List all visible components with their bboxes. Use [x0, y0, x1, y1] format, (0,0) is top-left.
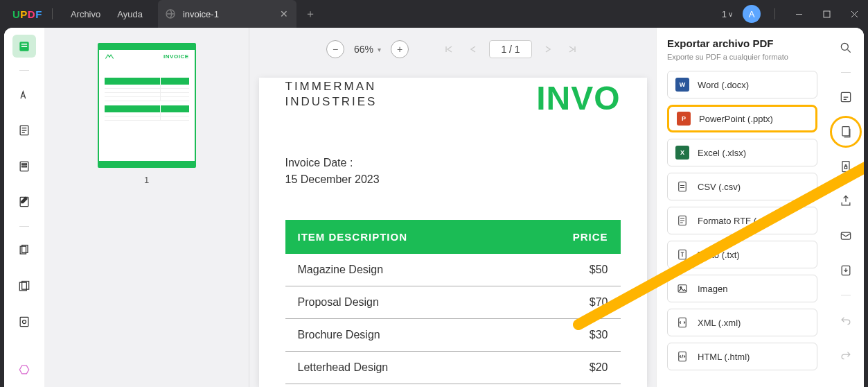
- thumbnails-tool[interactable]: [12, 35, 36, 58]
- svg-rect-8: [22, 166, 27, 167]
- svg-rect-7: [22, 164, 27, 165]
- svg-rect-17: [679, 182, 687, 191]
- divider: [841, 295, 851, 295]
- save-button[interactable]: [835, 260, 856, 281]
- export-panel: Exportar archivo PDF Exporte su PDF a cu…: [656, 28, 828, 387]
- svg-rect-20: [678, 285, 687, 293]
- search-button[interactable]: [835, 37, 856, 58]
- html-icon: [675, 350, 689, 363]
- invoice-table: ITEM DESCRIPTION PRICE Magazine Design$5…: [285, 220, 621, 384]
- avatar[interactable]: A: [743, 5, 761, 23]
- more-tool[interactable]: [12, 359, 36, 381]
- table-row: Proposal Design$70: [285, 286, 621, 319]
- close-button[interactable]: [840, 0, 868, 28]
- document-tab[interactable]: invoice-1 ✕: [158, 0, 296, 28]
- comment-tool[interactable]: [12, 119, 36, 142]
- export-csv[interactable]: CSV (.csv): [667, 173, 817, 200]
- invoice-title: INVO: [536, 79, 620, 117]
- svg-rect-14: [20, 317, 28, 326]
- table-row: Magazine Design$50: [285, 254, 621, 286]
- highlight-tool[interactable]: [12, 83, 36, 106]
- divider: [52, 8, 53, 19]
- document-view: − 66%▾ + TIMMERMAN INDUSTRIES INVO: [249, 28, 656, 387]
- word-icon: W: [675, 78, 689, 92]
- protect-button[interactable]: [835, 156, 856, 177]
- xml-icon: [675, 316, 689, 329]
- export-image[interactable]: Imagen: [667, 275, 817, 302]
- svg-rect-29: [841, 232, 850, 239]
- export-title: Exportar archivo PDF: [667, 37, 817, 49]
- bookmark-tool[interactable]: [12, 155, 36, 178]
- left-toolbar: [4, 28, 44, 387]
- minimize-button[interactable]: [785, 0, 813, 28]
- edit-tool[interactable]: [12, 190, 36, 213]
- titlebar: UPDF Archivo Ayuda invoice-1 ✕ ＋ 1∨ A: [0, 0, 868, 28]
- thumbnail-page-number: 1: [144, 175, 149, 185]
- company-name: TIMMERMAN INDUSTRIES: [285, 79, 378, 110]
- thumbnail-panel: INVOICE 1: [44, 28, 249, 387]
- export-powerpoint[interactable]: P PowerPoint (.pptx): [667, 105, 817, 132]
- thumb-logo-icon: [105, 53, 114, 60]
- app-logo: UPDF: [12, 8, 42, 20]
- thumb-invoice-label: INVOICE: [163, 53, 188, 60]
- email-button[interactable]: [835, 225, 856, 246]
- tab-shield-icon: [165, 8, 176, 19]
- image-icon: [675, 282, 689, 295]
- export-html[interactable]: HTML (.html): [667, 343, 817, 370]
- export-word[interactable]: W Word (.docx): [667, 71, 817, 98]
- export-subtitle: Exporte su PDF a cualquier formato: [667, 53, 817, 61]
- window-count[interactable]: 1∨: [722, 9, 733, 19]
- svg-point-24: [841, 43, 848, 50]
- page-input[interactable]: [489, 40, 532, 58]
- page-thumbnail[interactable]: INVOICE: [98, 43, 196, 168]
- right-toolbar: [828, 28, 864, 387]
- svg-rect-4: [21, 46, 27, 47]
- powerpoint-icon: P: [677, 112, 691, 126]
- export-text[interactable]: Texto (.txt): [667, 241, 817, 268]
- divider: [19, 226, 29, 227]
- svg-rect-3: [21, 44, 27, 45]
- svg-rect-26: [842, 127, 849, 136]
- svg-rect-1: [824, 11, 830, 17]
- export-button[interactable]: [835, 121, 856, 142]
- table-row: Brochure Design$30: [285, 319, 621, 352]
- col-description: ITEM DESCRIPTION: [285, 220, 517, 254]
- redo-button[interactable]: [835, 344, 856, 365]
- svg-rect-28: [844, 166, 847, 169]
- undo-button[interactable]: [835, 309, 856, 330]
- zoom-controls: − 66%▾ +: [249, 36, 656, 62]
- document-page[interactable]: TIMMERMAN INDUSTRIES INVO Invoice Date :…: [259, 78, 647, 387]
- export-rtf[interactable]: Formato RTF (.rtf): [667, 207, 817, 234]
- divider: [774, 8, 775, 19]
- tab-title: invoice-1: [183, 9, 274, 19]
- tab-close-icon[interactable]: ✕: [280, 8, 288, 19]
- divider: [19, 70, 29, 71]
- last-page-button[interactable]: [565, 42, 579, 56]
- next-page-button[interactable]: [542, 42, 556, 56]
- svg-point-15: [23, 320, 26, 324]
- export-excel[interactable]: X Excel (.xlsx): [667, 139, 817, 166]
- watermark-tool[interactable]: [12, 310, 36, 333]
- prev-page-button[interactable]: [466, 42, 479, 56]
- text-icon: [675, 248, 689, 261]
- table-row: Letterhead Design$20: [285, 352, 621, 384]
- excel-icon: X: [675, 146, 689, 160]
- menu-file[interactable]: Archivo: [62, 9, 109, 19]
- ocr-button[interactable]: [835, 87, 856, 108]
- first-page-button[interactable]: [442, 42, 456, 56]
- csv-icon: [675, 180, 689, 194]
- col-price: PRICE: [517, 220, 620, 254]
- crop-tool[interactable]: [12, 275, 36, 298]
- zoom-level[interactable]: 66%▾: [354, 44, 381, 55]
- maximize-button[interactable]: [813, 0, 840, 28]
- zoom-in-button[interactable]: +: [391, 40, 409, 58]
- rtf-icon: [675, 214, 689, 227]
- invoice-date: Invoice Date : 15 December 2023: [285, 155, 621, 188]
- menu-help[interactable]: Ayuda: [109, 9, 151, 19]
- share-button[interactable]: [835, 191, 856, 212]
- organize-tool[interactable]: [12, 239, 36, 262]
- export-xml[interactable]: XML (.xml): [667, 309, 817, 336]
- tab-add-button[interactable]: ＋: [305, 7, 316, 22]
- zoom-out-button[interactable]: −: [326, 40, 344, 58]
- divider: [841, 72, 851, 73]
